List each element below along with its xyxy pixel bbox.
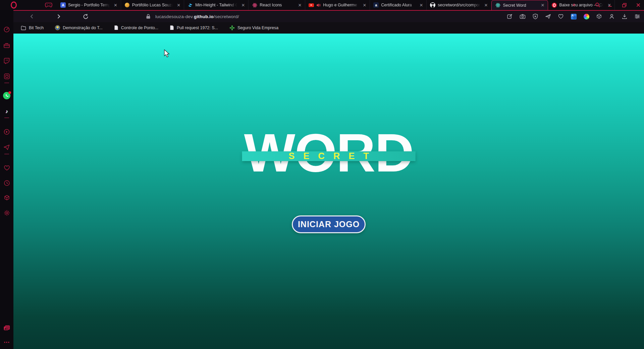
translate-extension-button[interactable] [570,12,578,20]
color-extension-button[interactable] [582,12,590,20]
blocker-button[interactable] [531,12,539,20]
tab-hugo-guilherme[interactable]: Hugo e Guilherme - ✕ [305,0,370,10]
sidebar-telegram-button[interactable] [0,142,13,152]
images-icon [3,325,10,331]
bookmark-controle-ponto[interactable]: Controle de Ponto... [114,25,158,30]
tab-strip: A Sergio - Portfolio Temp ✕ Portifólio L… [0,0,644,10]
green-pinwheel-icon [229,25,235,31]
logo-secret-text: SECRET [244,151,414,161]
opera-logo-icon [10,1,17,9]
gamepad-icon [45,2,52,8]
alura-favicon-icon: a [373,2,379,8]
sidebar-discord-button[interactable] [0,71,13,81]
reload-button[interactable] [81,12,90,21]
translate-icon [571,14,577,19]
github-favicon-icon [430,2,435,8]
bookmark-demonstracao[interactable]: Demonstração do T... [55,25,103,30]
letter-a-favicon-icon: A [60,2,66,8]
color-wheel-icon [584,14,589,19]
extensions-button[interactable] [595,12,603,20]
sidebar-more-button[interactable] [0,337,13,347]
profile-button[interactable] [608,12,616,20]
tab-title: Portifólio Lucas Souza [132,3,174,7]
favorite-button[interactable] [557,12,565,20]
sidebar-settings-button[interactable] [0,208,13,218]
panel-settings-button[interactable] [633,12,641,20]
tab-close-icon[interactable]: ✕ [297,2,302,8]
window-close-button[interactable] [633,0,644,10]
sidebar-player-button[interactable] [0,127,13,137]
reload-icon [83,13,89,20]
sidebar-toolbox-button[interactable] [0,40,13,50]
close-icon [636,3,641,7]
portfolio-favicon-icon [124,2,130,8]
tab-close-icon[interactable]: ✕ [362,2,367,8]
react-icons-favicon-icon [252,2,257,8]
window-maximize-button[interactable] [619,0,630,10]
person-icon [609,13,615,19]
url-text[interactable]: lucasdesouza-dev.github.io/secretword/ [155,14,239,19]
tab-certificado-alura[interactable]: a Certificado Alura ✕ [370,0,427,10]
toolbox-icon [3,42,10,48]
round-badge-icon [55,25,60,30]
folder-icon [21,26,26,30]
start-game-button[interactable]: INICIAR JOGO [292,215,366,233]
download-icon [622,13,628,19]
bookmark-label: Controle de Ponto... [121,26,158,30]
sidebar-twitch-button[interactable] [0,56,13,66]
tab-close-icon[interactable]: ✕ [484,2,489,8]
back-arrow-icon [29,13,35,19]
new-tab-button[interactable]: + [570,0,578,10]
sidebar-tiktok-button[interactable]: ♪ [0,106,13,116]
address-toolbar: lucasdesouza-dev.github.io/secretword/ [13,11,644,22]
lock-icon [146,14,151,19]
forward-button[interactable] [54,12,63,21]
snapshot-button[interactable] [519,12,527,20]
tab-tailwind[interactable]: Min-Height - Tailwind C ✕ [184,0,249,10]
tab-search-button[interactable] [593,0,602,10]
tab-close-icon[interactable]: ✕ [540,2,545,8]
forward-arrow-icon [56,13,62,19]
window-minimize-button[interactable] [604,0,616,10]
edit-page-button[interactable] [506,12,514,20]
downloads-button[interactable] [621,12,629,20]
bookmark-label: Seguro Vida Empresa [237,26,278,30]
address-bar[interactable]: lucasdesouza-dev.github.io/secretword/ [146,11,239,22]
bookmark-label: Pull request 1972: S... [177,26,218,30]
tab-react-icons[interactable]: React Icons ✕ [249,0,305,10]
gx-controller-button[interactable] [44,1,53,9]
toolbar-right-icons [506,11,641,22]
tab-portfolio-lucas[interactable]: Portifólio Lucas Souza ✕ [121,0,184,10]
sidebar-whatsapp-button[interactable] [0,91,13,101]
twitch-icon [4,58,10,64]
tab-close-icon[interactable]: ✕ [419,2,424,8]
opera-menu-button[interactable] [8,1,19,9]
tab-github-secretword[interactable]: secretword/src/compon ✕ [427,0,491,10]
bookmark-bit-tech[interactable]: Bit Tech [21,26,44,30]
play-circle-icon [3,129,10,135]
tab-title: Hugo e Guilherme - [323,3,360,7]
heart-icon [558,13,564,19]
tab-close-icon[interactable]: ✕ [240,2,246,8]
game-logo: WORD SECRET [244,126,414,180]
tab-close-icon[interactable]: ✕ [113,2,118,8]
sidebar-gx-corner-button[interactable] [0,24,13,35]
whatsapp-icon [3,92,10,99]
tab-sergio-portfolio[interactable]: A Sergio - Portfolio Temp ✕ [57,0,121,10]
sidebar-snapshots-button[interactable] [0,323,13,333]
sidebar-favorites-button[interactable] [0,163,13,173]
back-button[interactable] [28,12,36,21]
sidebar-history-button[interactable] [0,178,13,188]
bookmark-seguro-vida[interactable]: Seguro Vida Empresa [229,25,278,31]
bookmark-pull-request[interactable]: Pull request 1972: S... [170,25,218,30]
maximize-icon [622,3,627,8]
tab-close-icon[interactable]: ✕ [176,2,181,8]
tab-secret-word-active[interactable]: Secret Word ✕ [491,0,548,10]
page-icon [114,25,118,30]
tailwind-favicon-icon [187,2,193,8]
secret-word-page: WORD SECRET INICIAR JOGO [13,34,644,349]
sidebar-extensions-button[interactable] [0,193,13,203]
tab-audio-speaker-icon[interactable] [316,3,321,7]
share-button[interactable] [544,12,552,20]
bookmark-label: Bit Tech [29,26,44,30]
